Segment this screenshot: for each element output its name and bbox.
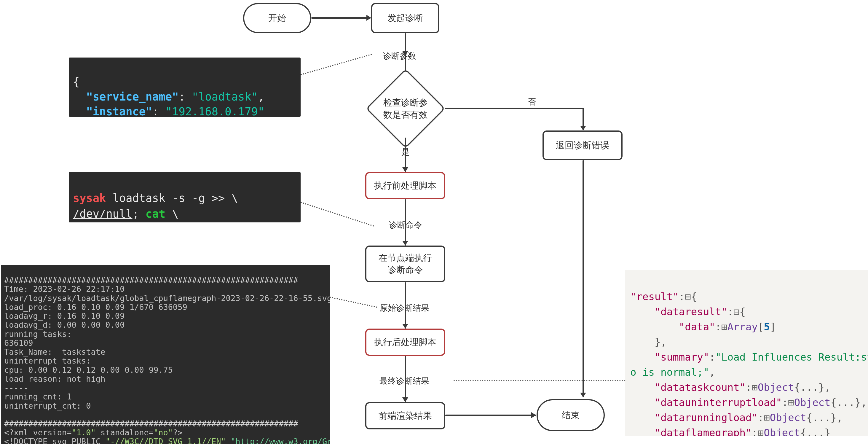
flow-post-script-label: 执行后处理脚本	[374, 336, 436, 349]
jsonview-line: "datataskcount":⊞Object{...},	[630, 381, 831, 393]
arrowhead-exec-post	[402, 324, 408, 329]
dotted-code3	[330, 297, 377, 308]
jsonview-line: "data":⊞Array[5]	[630, 321, 776, 333]
code-block-raw-result: ########################################…	[1, 265, 330, 444]
flow-exec-on-node: 在节点端执行诊断命令	[365, 245, 445, 282]
flow-exec-on-node-label: 在节点端执行诊断命令	[378, 252, 432, 276]
jsonview-line: "datauninterruptload":⊞Object{...},	[630, 396, 867, 408]
jsonview-line: o is normal;",	[630, 366, 715, 378]
flow-initiate-diag: 发起诊断	[371, 3, 439, 33]
diagram-stage: 开始 发起诊断 诊断参数 检查诊断参 数是否有效 否 返回诊断错误 是 执行前处…	[0, 0, 868, 446]
code-block-diag-cmd: sysak loadtask -s -g >> \ /dev/null; cat…	[69, 172, 301, 222]
arrow-check-no	[445, 108, 584, 109]
jsonview-line: "dataresult":⊟{	[630, 306, 746, 318]
flow-start: 开始	[243, 3, 311, 33]
edge-final-result: 最终诊断结果	[379, 376, 429, 387]
edge-branch-no: 否	[528, 96, 536, 108]
jsonview-line: },	[630, 336, 667, 348]
flow-initiate-diag-label: 发起诊断	[388, 12, 423, 24]
arrowhead-post-render	[402, 397, 408, 402]
flow-check-params-label: 检查诊断参 数是否有效	[383, 97, 428, 121]
flow-render-frontend: 前端渲染结果	[365, 402, 445, 429]
flow-pre-script-label: 执行前处理脚本	[374, 180, 436, 192]
edge-branch-yes: 是	[401, 147, 410, 158]
jsonview-line: "datarunningload":⊞Object{...},	[630, 412, 843, 423]
code-block-final-json: "result":⊟{ "dataresult":⊟{ "data":⊞Arra…	[625, 270, 868, 436]
arrow-error-end	[583, 160, 584, 397]
flow-render-frontend-label: 前端渲染结果	[378, 410, 432, 422]
arrow-start-initiate	[311, 17, 371, 19]
flow-end: 结束	[536, 399, 605, 431]
arrowhead-pre-exec	[402, 241, 408, 245]
jsonview-line: "dataflamegraph":⊞Object{...}	[630, 427, 831, 436]
flow-return-error: 返回诊断错误	[542, 130, 623, 160]
edge-raw-result: 原始诊断结果	[379, 302, 429, 314]
arrowhead-error-end	[580, 393, 586, 397]
flow-return-error-label: 返回诊断错误	[556, 139, 609, 152]
edge-diag-cmd: 诊断命令	[389, 219, 422, 231]
flow-end-label: 结束	[562, 409, 580, 421]
arrowhead-start-initiate	[366, 15, 371, 21]
dotted-code2	[300, 202, 374, 227]
arrowhead-render-end	[531, 412, 536, 418]
edge-diag-params: 诊断参数	[383, 51, 416, 62]
dotted-code1	[300, 54, 372, 75]
flow-start-label: 开始	[268, 12, 286, 24]
jsonview-line: "summary":"Load Influences Result:sys u	[630, 351, 868, 363]
flow-pre-script: 执行前处理脚本	[365, 172, 445, 199]
code-block-diag-params: { "service_name": "loadtask", "instance"…	[69, 58, 301, 117]
arrowhead-check-yes	[402, 167, 408, 172]
arrow-render-end	[445, 415, 536, 416]
jsonview-line: "result":⊟{	[630, 291, 697, 302]
flow-post-script: 执行后处理脚本	[365, 329, 445, 356]
dotted-jsonview	[454, 380, 625, 381]
arrowhead-check-no	[580, 126, 586, 130]
